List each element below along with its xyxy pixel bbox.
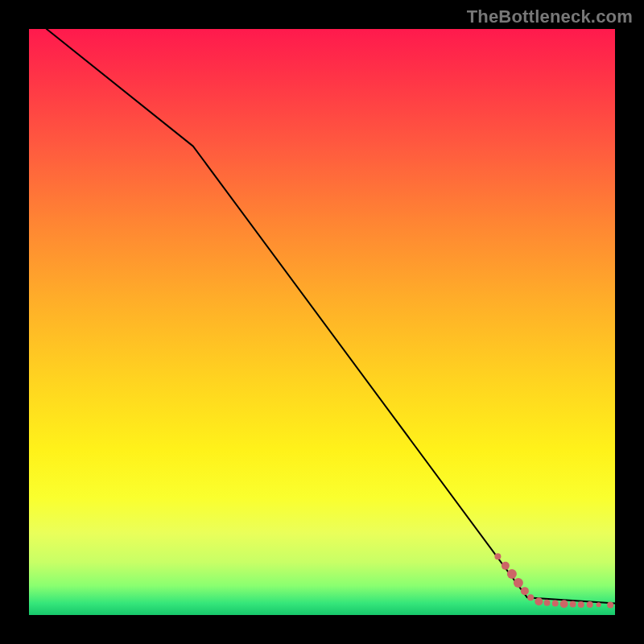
data-point: [521, 587, 529, 595]
data-point: [597, 602, 601, 607]
attribution-watermark: TheBottleneck.com: [467, 6, 633, 27]
data-point: [544, 600, 551, 606]
data-point: [535, 597, 543, 605]
data-point: [587, 601, 593, 608]
data-point: [527, 594, 534, 601]
data-point: [607, 602, 613, 609]
data-point: [560, 600, 568, 608]
data-point: [502, 562, 510, 570]
plot-area: [29, 29, 615, 615]
chart-overlay: [29, 29, 615, 615]
chart-frame: TheBottleneck.com: [0, 0, 644, 644]
data-point: [494, 553, 501, 559]
data-point: [507, 569, 517, 579]
data-point: [514, 578, 523, 588]
data-point: [578, 601, 584, 608]
bottleneck-curve: [47, 29, 615, 603]
data-point: [552, 600, 559, 606]
data-point: [570, 601, 576, 608]
